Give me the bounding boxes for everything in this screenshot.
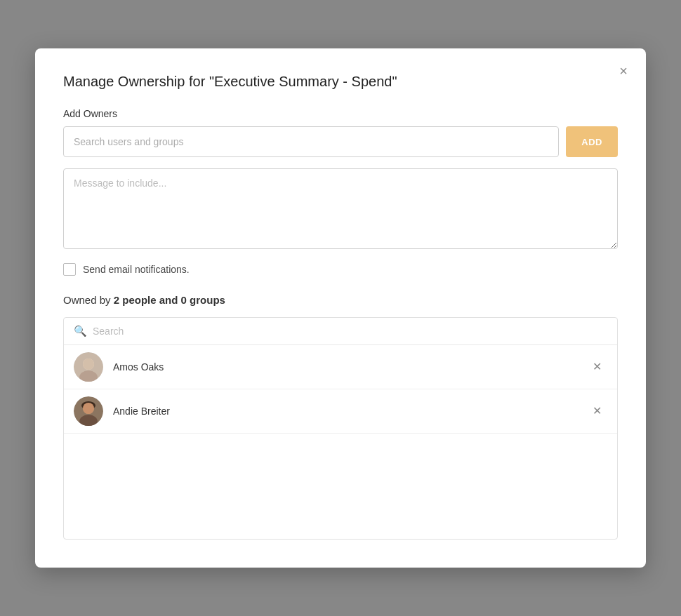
owners-search-input[interactable] bbox=[93, 326, 607, 337]
ownership-summary: Owned by 2 people and 0 groups bbox=[63, 294, 618, 306]
avatar bbox=[74, 352, 103, 382]
remove-owner-button[interactable]: ✕ bbox=[587, 403, 607, 420]
owner-row: Andie Breiter ✕ bbox=[64, 389, 617, 434]
svg-point-3 bbox=[83, 359, 94, 370]
message-textarea[interactable] bbox=[63, 168, 618, 249]
add-button[interactable]: ADD bbox=[566, 126, 618, 157]
owner-row: Amos Oaks ✕ bbox=[64, 345, 617, 389]
ownership-prefix: Owned by bbox=[63, 294, 114, 306]
owners-search-row: 🔍 bbox=[64, 318, 617, 345]
email-notification-row: Send email notifications. bbox=[63, 263, 618, 276]
owner-name: Andie Breiter bbox=[113, 406, 577, 417]
modal-title: Manage Ownership for "Executive Summary … bbox=[63, 74, 618, 90]
avatar bbox=[74, 396, 103, 426]
email-notification-checkbox[interactable] bbox=[63, 263, 76, 276]
svg-point-8 bbox=[83, 403, 94, 414]
search-row: ADD bbox=[63, 126, 618, 157]
close-button[interactable]: × bbox=[616, 61, 630, 81]
email-notification-label: Send email notifications. bbox=[83, 264, 190, 275]
remove-owner-button[interactable]: ✕ bbox=[587, 359, 607, 375]
owner-name: Amos Oaks bbox=[113, 361, 577, 373]
add-owners-label: Add Owners bbox=[63, 108, 618, 119]
owners-empty-space bbox=[64, 434, 617, 539]
manage-ownership-modal: × Manage Ownership for "Executive Summar… bbox=[35, 48, 646, 568]
owners-panel: 🔍 Amos Oaks ✕ bbox=[63, 317, 618, 540]
ownership-count: 2 people and 0 groups bbox=[114, 294, 225, 306]
search-users-groups-input[interactable] bbox=[63, 126, 559, 157]
search-icon: 🔍 bbox=[74, 325, 87, 337]
